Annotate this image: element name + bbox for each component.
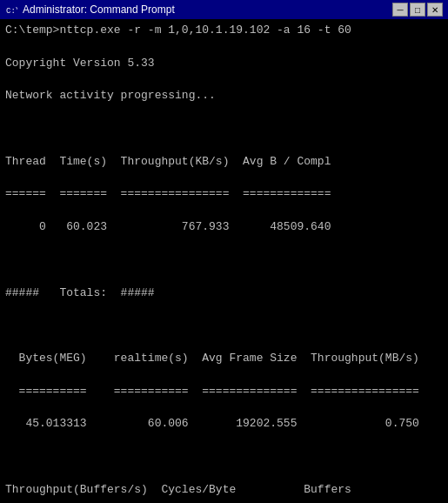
window: C:\ Administrator: Command Prompt ─ □ ✕ … [0, 0, 448, 503]
maximize-button[interactable]: □ [410, 3, 425, 17]
console-line: Network activity progressing... [5, 88, 443, 104]
console-line: Bytes(MEG) realtime(s) Avg Frame Size Th… [5, 351, 443, 367]
console-line: Thread Time(s) Throughput(KB/s) Avg B / … [5, 154, 443, 171]
console-line: ========== =========== ============== ==… [5, 384, 443, 400]
cmd-icon: C:\ [5, 3, 17, 16]
close-button[interactable]: ✕ [427, 3, 443, 17]
title-left: C:\ Administrator: Command Prompt [5, 3, 175, 16]
console-line: ##### Totals: ##### [5, 285, 443, 302]
console-line: Throughput(Buffers/s) Cycles/Byte Buffer… [5, 482, 443, 499]
console-line: ====== ======= ================ ========… [5, 186, 443, 203]
minimize-button[interactable]: ─ [392, 3, 408, 17]
title-bar: C:\ Administrator: Command Prompt ─ □ ✕ [0, 0, 448, 19]
console-line: Copyright Version 5.33 [5, 56, 443, 72]
console-line: 0 60.023 767.933 48509.640 [5, 219, 443, 236]
title-controls: ─ □ ✕ [392, 3, 443, 17]
console-line: 45.013313 60.006 19202.555 0.750 [5, 416, 443, 433]
svg-text:C:\: C:\ [6, 7, 17, 16]
console-output[interactable]: C:\temp>nttcp.exe -r -m 1,0,10.1.19.102 … [0, 19, 448, 503]
window-title: Administrator: Command Prompt [23, 3, 175, 16]
console-line: C:\temp>nttcp.exe -r -m 1,0,10.1.19.102 … [5, 23, 443, 39]
